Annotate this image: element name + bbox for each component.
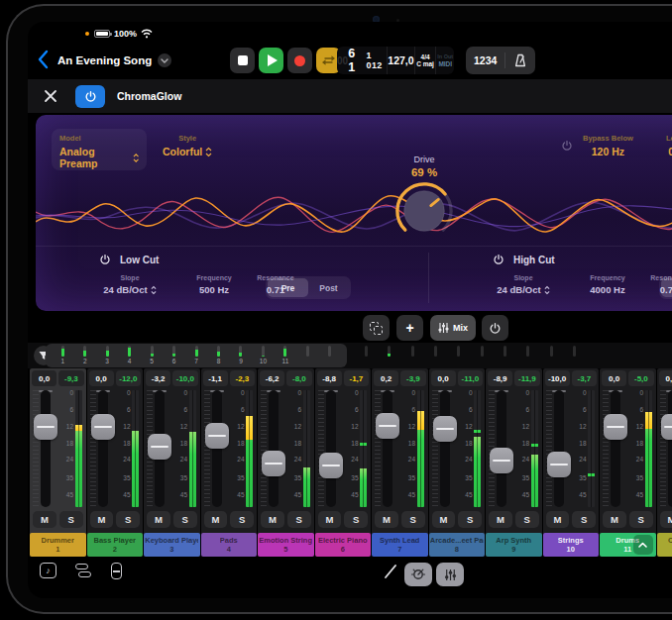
peak-level-value[interactable]: -3,9 [400, 370, 425, 386]
mute-button[interactable]: M [261, 511, 284, 528]
volume-value[interactable]: -8,8 [317, 370, 342, 386]
volume-value[interactable]: 0,0 [602, 370, 626, 386]
controls-view-button[interactable] [404, 563, 432, 586]
browser-button[interactable] [75, 563, 91, 578]
solo-button[interactable]: S [59, 511, 83, 528]
volume-value[interactable]: 0,0 [32, 370, 56, 386]
solo-button[interactable]: S [401, 511, 425, 528]
solo-button[interactable]: S [287, 511, 311, 528]
mute-button[interactable]: M [318, 511, 342, 528]
stop-button[interactable] [230, 48, 255, 73]
track-tile[interactable]: Bass Player 2 [87, 533, 144, 557]
track-tile[interactable]: Drummer 1 [30, 533, 86, 557]
fader-handle[interactable] [376, 413, 399, 439]
track-tile[interactable]: Drums 11 [600, 533, 656, 557]
mixer-power-button[interactable] [482, 315, 508, 341]
mixer-view-button[interactable] [436, 563, 464, 586]
fader-handle[interactable] [205, 423, 229, 449]
solo-button[interactable]: S [116, 511, 140, 528]
solo-button[interactable]: S [515, 511, 539, 528]
peak-level-value[interactable]: -11,0 [458, 370, 483, 386]
fader-handle[interactable] [604, 414, 627, 440]
mute-button[interactable]: M [204, 511, 228, 528]
add-plugin-button[interactable]: + [396, 315, 423, 341]
high-cut-frequency[interactable]: Frequency 4000 Hz [576, 274, 639, 295]
pre-option[interactable]: Pre [661, 278, 672, 297]
song-menu-button[interactable]: An Evening Song [57, 50, 171, 71]
level-control[interactable]: Level 0.0 [666, 134, 672, 157]
solo-button[interactable]: S [344, 511, 368, 528]
peak-level-value[interactable]: -3,7 [572, 370, 597, 386]
peak-level-value[interactable]: -2,3 [230, 370, 255, 386]
solo-button[interactable]: S [572, 511, 596, 528]
close-plugin-button[interactable] [42, 87, 59, 105]
post-option[interactable]: Post [308, 278, 349, 297]
fader-view-button[interactable] [111, 563, 122, 579]
mute-button[interactable]: M [660, 511, 672, 528]
fader-handle[interactable] [547, 452, 571, 477]
mute-button[interactable]: M [375, 511, 398, 528]
fader-handle[interactable] [319, 453, 343, 478]
volume-value[interactable]: -3,2 [146, 370, 170, 386]
mute-button[interactable]: M [432, 511, 456, 528]
expand-stack-button[interactable] [633, 535, 653, 555]
track-tile[interactable]: Emotion Strings 5 [258, 533, 314, 557]
mute-button[interactable]: M [603, 511, 626, 528]
solo-button[interactable]: S [629, 511, 653, 528]
record-button[interactable] [287, 48, 312, 73]
drive-knob[interactable] [393, 180, 455, 242]
peak-level-value[interactable]: -9,3 [58, 370, 83, 386]
volume-value[interactable]: 0,2 [374, 370, 398, 386]
mute-button[interactable]: M [90, 511, 114, 528]
track-tile[interactable]: Arcade...eet Pad 8 [429, 533, 486, 557]
plugin-power-button[interactable] [75, 85, 105, 108]
bypass-below-control[interactable]: Bypass Below 120 Hz [561, 134, 633, 157]
solo-button[interactable]: S [230, 511, 254, 528]
loop-browser-button[interactable]: ♪ [40, 563, 56, 578]
fader-handle[interactable] [148, 434, 171, 460]
style-select[interactable]: Style Colorful [163, 134, 212, 157]
peak-level-value[interactable]: -12,0 [116, 370, 141, 386]
track-tile[interactable]: Electric Piano 6 [315, 533, 372, 557]
solo-button[interactable]: S [458, 511, 482, 528]
fader-handle[interactable] [661, 414, 672, 440]
plugin-tiles-button[interactable] [363, 315, 390, 341]
fader-handle[interactable] [91, 414, 115, 440]
solo-button[interactable]: S [173, 511, 197, 528]
peak-level-value[interactable]: -5,0 [628, 370, 653, 386]
fader-handle[interactable] [490, 448, 513, 473]
volume-value[interactable]: -8,9 [488, 370, 512, 386]
mute-button[interactable]: M [489, 511, 512, 528]
play-button[interactable] [259, 48, 283, 73]
track-tile[interactable]: Chorus V 12 [657, 533, 672, 557]
volume-value[interactable]: -1,1 [203, 370, 228, 386]
edit-tool-button[interactable] [383, 563, 398, 580]
track-tile[interactable]: Strings 10 [543, 533, 600, 557]
track-tile[interactable]: Arp Synth 9 [486, 533, 542, 557]
fader-handle[interactable] [262, 451, 285, 476]
peak-level-value[interactable]: -10,0 [172, 370, 197, 386]
low-cut-power-button[interactable] [99, 254, 111, 265]
fader-handle[interactable] [433, 416, 457, 442]
volume-value[interactable]: 0,0 [431, 370, 456, 386]
pre-option[interactable]: Pre [268, 278, 308, 297]
fader-handle[interactable] [34, 414, 57, 440]
track-tile[interactable]: Keyboard Player 3 [144, 533, 200, 557]
mute-button[interactable]: M [147, 511, 170, 528]
track-tile[interactable]: Synth Lead 7 [372, 533, 428, 557]
mix-view-button[interactable]: Mix [430, 315, 476, 341]
volume-value[interactable]: -6,2 [260, 370, 284, 386]
metronome-button[interactable] [505, 53, 535, 67]
peak-level-value[interactable]: -8,0 [286, 370, 311, 386]
peak-level-value[interactable]: -11,9 [514, 370, 539, 386]
low-cut-slope[interactable]: Slope 24 dB/Oct [80, 274, 179, 295]
back-button[interactable] [38, 50, 56, 71]
peak-level-value[interactable]: -1,7 [344, 370, 369, 386]
volume-value[interactable]: 0,0 [89, 370, 114, 386]
model-select[interactable]: Model Analog Preamp [52, 129, 147, 170]
mute-button[interactable]: M [546, 511, 570, 528]
navigator-window[interactable]: 1234567891011 [46, 344, 347, 367]
drive-control[interactable]: Drive 69 % [389, 155, 460, 242]
count-in-button[interactable]: 1234 [466, 52, 505, 68]
volume-value[interactable]: -10,0 [545, 370, 570, 386]
